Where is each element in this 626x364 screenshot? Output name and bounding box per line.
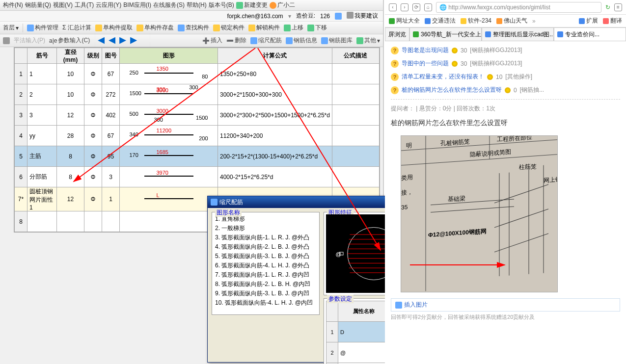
move-up-button[interactable]: 上移	[284, 24, 303, 32]
col-header[interactable]: 图形	[120, 48, 218, 64]
unlock-button[interactable]: 解锁构件	[248, 24, 280, 32]
col-header[interactable]: 图号	[102, 48, 120, 64]
lock-button[interactable]: 锁定构件	[213, 24, 245, 32]
table-row[interactable]: 4yy28Φ673401120020011200+340+200	[15, 126, 380, 146]
col-header[interactable]: 筋号	[27, 48, 57, 64]
dialog-title: 缩尺配筋	[219, 198, 243, 207]
list-item[interactable]: 4. 弧形截面纵向筋-2. L. B. J. @外凸	[214, 242, 317, 252]
question-icon: ?	[391, 60, 399, 68]
menu-item[interactable]: 云应用(Y)	[96, 1, 121, 9]
component-manage-button[interactable]: 构件管理	[27, 24, 58, 32]
list-item[interactable]: 8. 弧形截面纵向筋-2. L. B. H. @内凹	[214, 280, 317, 289]
insert-image-box[interactable]: 插入图片	[391, 298, 620, 312]
menu-item[interactable]: 版本号(B)	[209, 1, 234, 9]
menu-button[interactable]: ≡	[614, 3, 622, 11]
coin-icon	[452, 61, 458, 67]
reload-button[interactable]: ⟳	[412, 3, 420, 11]
nav-last-icon[interactable]	[130, 37, 137, 44]
bookmark[interactable]: 交通违法	[425, 17, 456, 25]
list-item[interactable]: 6. 弧形截面纵向筋-4. L. H. J. @外凸	[214, 261, 317, 270]
refresh-icon[interactable]: ↻	[605, 4, 610, 11]
table-row[interactable]: 3312Φ402500300030015003000+2*300+2*500+1…	[15, 105, 380, 126]
question-icon: ?	[391, 47, 399, 54]
nav-next-icon[interactable]	[119, 37, 126, 44]
param-input[interactable]: a|e 参数输入(C)	[49, 36, 90, 45]
rebar-info-button[interactable]: 钢筋信息	[286, 36, 317, 45]
table-row[interactable]: 2210Φ272150030030003003000+2*1500+300+30…	[15, 84, 380, 105]
list-item[interactable]: 2. 一般梯形	[214, 224, 317, 233]
nav-prev-icon[interactable]	[109, 37, 115, 44]
menu-item[interactable]: 帮助(H)	[187, 1, 207, 9]
nav-first-icon[interactable]	[98, 37, 105, 44]
answer-tip: 回答即可得2分贡献分，回答被采纳获得系统赠送20贡献分及	[391, 313, 620, 321]
menu-item[interactable]: 在线服务(S)	[153, 1, 185, 9]
dialog-icon	[211, 199, 218, 206]
bookmark[interactable]: 软件-234	[461, 17, 491, 25]
question-item[interactable]: ?清单工程量未变，还没有报表！ 10 [其他操作]	[391, 73, 620, 81]
translate-button[interactable]: 翻译	[603, 17, 622, 25]
menu-item[interactable]: 构件(N)	[3, 1, 23, 9]
svg-text:柱筋笼: 柱筋笼	[519, 163, 537, 171]
insert-button[interactable]: ➕ 插入	[202, 36, 222, 45]
tab[interactable]: 屏浏览	[385, 27, 409, 41]
svg-text:明: 明	[406, 142, 412, 149]
list-item[interactable]: 3. 弧形截面纵向筋-1. L. R. J. @外凸	[214, 233, 317, 242]
svg-text:35: 35	[401, 204, 408, 211]
find-component-button[interactable]: 查找构件	[178, 24, 209, 32]
question-item[interactable]: ?导图中的一些问题 30 [钢筋抽样GGJ2013]	[391, 59, 620, 68]
list-item[interactable]: 9. 弧形截面纵向筋-3. L. B. J. @内凹	[214, 289, 317, 298]
col-header[interactable]: 计算公式	[218, 48, 332, 64]
question-item[interactable]: ?桩的钢筋网片怎么在软件里怎么设置呀 0 [钢筋抽...	[391, 86, 620, 94]
coin-icon	[487, 74, 493, 80]
new-change-button[interactable]: 新建变更	[236, 1, 268, 9]
scale-rebar-button[interactable]: 缩尺配筋	[250, 36, 282, 45]
list-item[interactable]: 10. 弧形截面纵向筋-4. L. H. J. @内凹	[214, 298, 317, 308]
address-bar[interactable]: 🌐 http://www.fwxgx.com/question/giml/lis…	[436, 2, 601, 13]
user-avatar-menu[interactable]: 广小二	[270, 1, 295, 9]
bell-icon[interactable]	[335, 13, 342, 20]
suggest-button[interactable]: 我要建议	[347, 12, 378, 20]
bookmark[interactable]: 网址大全	[389, 17, 420, 25]
list-item[interactable]: 5. 弧形截面纵向筋-3. L. B. J. @外凸	[214, 252, 317, 261]
tab-active[interactable]: 专业造价问...	[554, 27, 626, 41]
shape-list[interactable]: 1. 直角梯形2. 一般梯形3. 弧形截面纵向筋-1. L. R. J. @外凸…	[214, 214, 317, 308]
floor-select[interactable]: 首层 ▾	[3, 24, 19, 32]
table-row[interactable]: 1110Φ672501350801350+250+80	[15, 64, 380, 84]
menu-item[interactable]: 视图(V)	[53, 1, 73, 9]
pingfa-input[interactable]: 平法输入(P)	[14, 36, 45, 45]
col-header[interactable]: 级别	[84, 48, 102, 64]
image-icon	[395, 302, 402, 309]
sum-calc-button[interactable]: Σ 汇总计算	[62, 24, 91, 32]
question-title: 桩的钢筋网片怎么在软件里怎么设置呀	[391, 119, 620, 128]
table-row[interactable]: 5主筋8Φ951701685200-2*15+2*(1300-15+400)+2…	[15, 146, 380, 167]
menubar: 构件(N) 钢筋量(Q) 视图(V) 工具(T) 云应用(Y) BIM应用(I)…	[0, 0, 383, 11]
ext-button[interactable]: 扩展	[579, 17, 598, 25]
home-button[interactable]: ⌂	[424, 3, 432, 11]
rebar-lib-button[interactable]: 钢筋图库	[321, 36, 353, 45]
move-down-button[interactable]: 下移	[307, 24, 327, 32]
single-save-button[interactable]: 单构件存盘	[136, 24, 174, 32]
question-icon: ?	[391, 73, 399, 81]
menu-item[interactable]: 工具(T)	[75, 1, 94, 9]
back-button[interactable]: ‹	[389, 3, 397, 11]
col-header[interactable]	[15, 48, 27, 64]
tab[interactable]: 360导航_新一代安全上...×	[409, 27, 482, 41]
col-header[interactable]: 直径(mm)	[57, 48, 84, 64]
input-icon	[3, 37, 10, 44]
other-button[interactable]: 其他 ▾	[356, 36, 380, 45]
table-row[interactable]: 6分部筋8Φ339704000-2*15+2*6.25*d	[15, 167, 380, 187]
bookmark[interactable]: 佛山天气	[496, 17, 527, 25]
svg-text:类用: 类用	[401, 174, 413, 182]
question-item[interactable]: ?导图老是出现问题 30 [钢筋抽样GGJ2013]	[391, 46, 620, 54]
coin-icon	[505, 87, 511, 93]
delete-button[interactable]: ➖ 删除	[226, 36, 246, 45]
list-item[interactable]: 7. 弧形截面纵向筋-1. L. R. J. @内凹	[214, 270, 317, 280]
menu-item[interactable]: 钢筋量(Q)	[25, 1, 51, 9]
param-title: 参数设定	[327, 295, 354, 303]
menu-item[interactable]: BIM应用(I)	[123, 1, 151, 9]
browser-window: ‹ › ⟳ ⌂ 🌐 http://www.fwxgx.com/question/…	[385, 0, 626, 364]
col-header[interactable]: 公式描述	[332, 48, 379, 64]
single-extract-button[interactable]: 单构件提取	[95, 24, 133, 32]
tab[interactable]: 整理图纸后显示cad图...×	[482, 27, 554, 41]
forward-button[interactable]: ›	[401, 3, 408, 11]
